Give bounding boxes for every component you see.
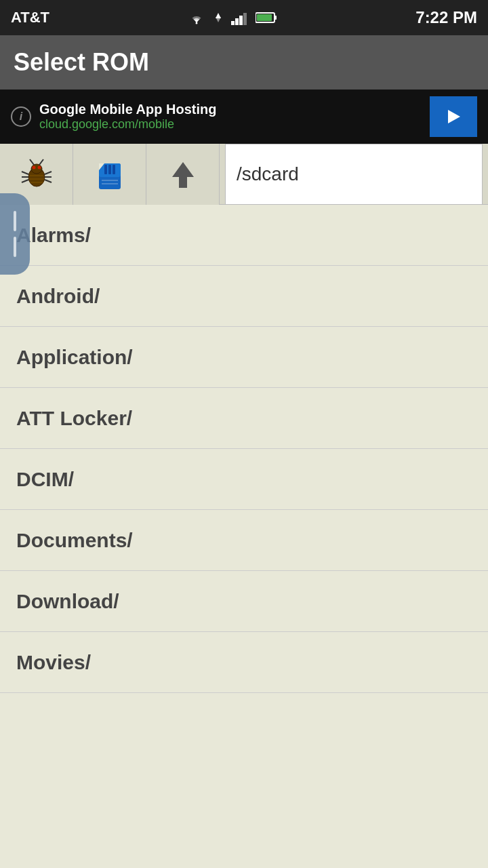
list-item[interactable]: Android/: [0, 266, 488, 327]
file-item-label: Android/: [16, 285, 100, 308]
file-item-label: Documents/: [16, 529, 133, 552]
svg-marker-10: [448, 110, 460, 123]
svg-line-21: [30, 159, 34, 165]
svg-line-17: [22, 180, 28, 182]
title-bar: Select ROM: [0, 35, 488, 90]
time-label: 7:22 PM: [415, 8, 477, 27]
file-item-label: Movies/: [16, 651, 91, 674]
ad-url: cloud.google.com/mobile: [39, 117, 216, 132]
arrow-right-icon: [441, 104, 466, 129]
bug-icon: [19, 157, 54, 192]
svg-point-0: [196, 22, 198, 24]
svg-point-12: [31, 164, 42, 174]
ad-banner[interactable]: i Google Mobile App Hosting cloud.google…: [0, 90, 488, 144]
list-item[interactable]: Documents/: [0, 510, 488, 571]
status-icons: [188, 10, 277, 25]
ad-title: Google Mobile App Hosting: [39, 102, 216, 117]
svg-rect-29: [104, 165, 107, 174]
status-bar: AT&T 7:22 PM: [0, 0, 488, 35]
up-button[interactable]: [146, 144, 220, 205]
svg-rect-3: [231, 21, 235, 25]
list-item[interactable]: Application/: [0, 327, 488, 388]
carrier-label: AT&T: [11, 9, 49, 26]
svg-marker-34: [172, 162, 194, 188]
file-item-label: Download/: [16, 590, 119, 613]
list-item[interactable]: Download/: [0, 571, 488, 632]
list-item[interactable]: DCIM/: [0, 449, 488, 510]
ad-arrow-button[interactable]: [430, 96, 477, 137]
file-list: Alarms/ Android/ Application/ ATT Locker…: [0, 205, 488, 693]
scroll-line-1: [14, 211, 16, 231]
page-title: Select ROM: [14, 48, 149, 77]
sdcard-button[interactable]: [73, 144, 146, 205]
svg-rect-8: [274, 16, 277, 20]
list-item[interactable]: Alarms/: [0, 205, 488, 266]
info-icon: i: [11, 106, 31, 127]
svg-rect-30: [108, 165, 111, 174]
file-item-label: Application/: [16, 346, 133, 369]
path-bar: /sdcard: [225, 144, 483, 205]
list-item[interactable]: ATT Locker/: [0, 388, 488, 449]
scroll-handle[interactable]: [0, 193, 30, 275]
ad-text: Google Mobile App Hosting cloud.google.c…: [39, 102, 216, 132]
wifi-icon: [188, 10, 205, 25]
current-path: /sdcard: [237, 163, 299, 185]
svg-rect-4: [235, 18, 239, 25]
list-item[interactable]: Movies/: [0, 632, 488, 693]
svg-marker-2: [216, 17, 221, 22]
svg-rect-31: [113, 165, 115, 174]
signal-icon: [231, 10, 250, 25]
svg-line-22: [39, 159, 43, 165]
data-icon: [211, 10, 226, 25]
file-item-label: ATT Locker/: [16, 407, 132, 430]
file-item-label: DCIM/: [16, 468, 74, 491]
svg-rect-9: [257, 14, 272, 21]
scroll-line-2: [14, 237, 16, 257]
svg-line-18: [45, 172, 52, 174]
toolbar: /sdcard: [0, 144, 488, 205]
scroll-handle-lines: [14, 211, 16, 257]
battery-icon: [256, 12, 277, 24]
svg-line-15: [22, 172, 28, 174]
svg-point-14: [37, 165, 41, 169]
svg-point-13: [32, 165, 35, 169]
up-arrow-icon: [165, 157, 201, 192]
svg-rect-6: [243, 13, 247, 25]
svg-rect-5: [239, 16, 243, 25]
svg-line-20: [45, 180, 52, 182]
ad-content: i Google Mobile App Hosting cloud.google…: [11, 102, 216, 132]
sdcard-icon: [92, 157, 127, 192]
